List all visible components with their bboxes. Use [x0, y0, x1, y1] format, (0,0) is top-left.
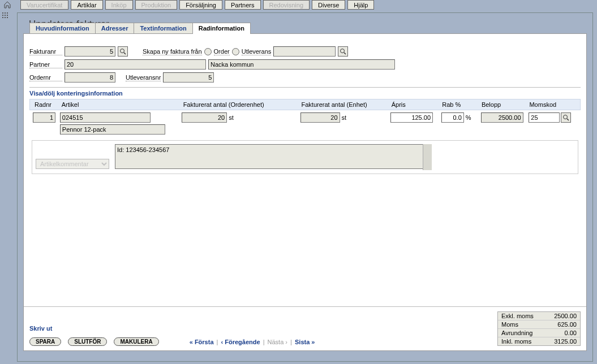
unit-qty-unit: st [342, 114, 347, 121]
svg-point-4 [564, 115, 568, 119]
input-rab[interactable] [441, 112, 464, 123]
label-ordernr: Ordernr [29, 74, 62, 81]
tab-radinformation[interactable]: Radinformation [192, 23, 251, 34]
input-qty-order[interactable] [182, 112, 227, 123]
svg-point-2 [341, 49, 345, 53]
menu-inkop: Inköp [105, 0, 133, 10]
input-apris[interactable] [390, 112, 433, 123]
val-inkl: 3125.00 [546, 338, 577, 345]
unit-rab: % [466, 114, 471, 121]
nav-prev[interactable]: ‹ Föregående [221, 339, 260, 345]
menu-hjalp[interactable]: Hjälp [347, 0, 374, 10]
col-momskod: Momskod [527, 101, 578, 109]
lookup-skapa[interactable] [338, 46, 348, 57]
textarea-comment[interactable]: Id: 123456-234567 [115, 144, 432, 169]
svg-line-1 [124, 53, 126, 54]
input-fakturanr[interactable] [65, 46, 115, 57]
val-exkl: 2500.00 [546, 313, 577, 319]
val-avrund: 0.00 [546, 330, 577, 336]
menu-artiklar[interactable]: Artiklar [71, 0, 102, 10]
table-row: st st % [29, 110, 581, 137]
val-moms: 625.00 [546, 321, 577, 328]
lookup-momskod[interactable] [561, 112, 571, 123]
link-skriv-ut[interactable]: Skriv ut [29, 325, 315, 332]
radio-utleverans[interactable] [232, 48, 239, 55]
btn-slutfor[interactable]: SLUTFÖR [68, 337, 107, 346]
input-belopp[interactable] [481, 112, 523, 123]
input-partner-code[interactable] [65, 59, 206, 70]
col-fakt-order: Fakturerat antal (Orderenhet) [181, 101, 299, 109]
input-qty-unit[interactable] [300, 112, 340, 123]
col-radnr: Radnr [32, 101, 59, 109]
svg-line-5 [567, 119, 569, 120]
input-radnr[interactable] [33, 112, 55, 123]
col-fakt-enhet: Fakturerat antal (Enhet) [299, 101, 389, 109]
col-apris: Ápris [389, 101, 440, 109]
grid-header: Radnr Artikel Fakturerat antal (Orderenh… [29, 99, 581, 110]
label-exkl: Exkl. moms [501, 313, 541, 319]
lookup-fakturanr[interactable] [118, 46, 128, 57]
input-ordernr[interactable] [65, 72, 115, 83]
svg-line-3 [344, 53, 346, 54]
btn-makulera[interactable]: MAKULERA [114, 337, 158, 346]
label-inkl: Inkl. moms [501, 338, 541, 345]
toggle-kontering[interactable]: Visa/dölj konteringsinformation [29, 90, 123, 97]
input-partner-name[interactable] [208, 59, 395, 70]
tab-textinformation[interactable]: Textinformation [134, 23, 192, 34]
col-belopp: Belopp [479, 101, 527, 109]
totals-box: Exkl. moms2500.00 Moms625.00 Avrundning0… [497, 311, 581, 346]
radio-order[interactable] [204, 48, 212, 55]
input-momskod[interactable] [529, 112, 560, 123]
menu-partners[interactable]: Partners [225, 0, 261, 10]
label-order: Order [214, 48, 230, 55]
label-utleverans: Utleverans [242, 48, 272, 55]
btn-spara[interactable]: SPARA [29, 337, 61, 346]
label-utleveransnr: Utleveransnr [126, 74, 161, 81]
menu-varucertifikat: Varucertifikat [20, 0, 68, 10]
menu-forsaljning[interactable]: Försäljning [179, 0, 222, 10]
label-partner: Partner [29, 61, 62, 68]
nav-last[interactable]: Sista » [295, 339, 315, 345]
menu-redovisning: Redovisning [263, 0, 310, 10]
tab-huvudinformation[interactable]: Huvudinformation [29, 23, 96, 34]
tab-adresser[interactable]: Adresser [95, 23, 135, 34]
input-artikel-code[interactable] [60, 112, 151, 123]
label-avrund: Avrundning [501, 330, 541, 336]
home-icon[interactable] [3, 1, 12, 10]
select-artikelkommentar: Artikelkommentar [36, 159, 109, 169]
drag-handle[interactable] [2, 12, 12, 18]
input-skapa[interactable] [273, 46, 336, 57]
label-fakturanr: Fakturanr [29, 48, 62, 55]
label-skapa: Skapa ny faktura från [143, 48, 202, 55]
input-artikel-name[interactable] [60, 124, 165, 135]
col-rab: Rab % [440, 101, 479, 109]
label-moms: Moms [501, 321, 541, 328]
nav-next: Nästa › [268, 339, 287, 345]
menu-diverse[interactable]: Diverse [312, 0, 345, 10]
menu-produktion: Produktion [135, 0, 178, 10]
unit-qty-order: st [229, 114, 234, 121]
scrollbar[interactable] [423, 144, 432, 170]
svg-point-0 [121, 49, 124, 53]
nav-first[interactable]: « Första [190, 339, 214, 345]
input-utleveransnr[interactable] [163, 72, 214, 83]
col-artikel: Artikel [59, 101, 181, 109]
